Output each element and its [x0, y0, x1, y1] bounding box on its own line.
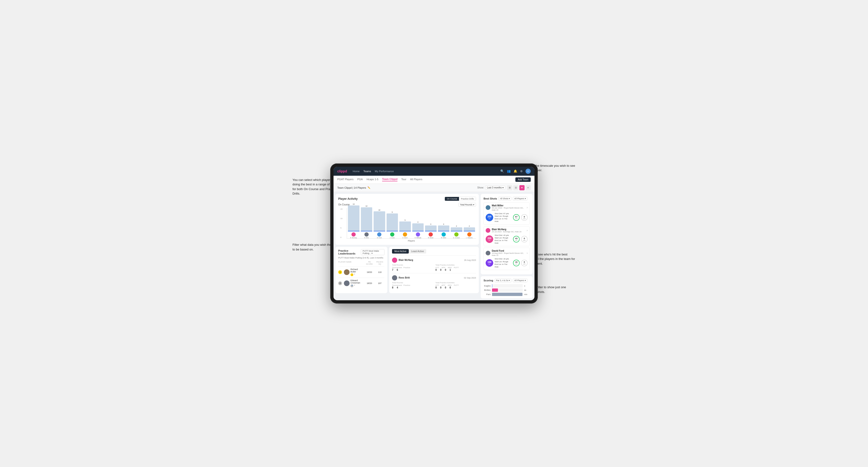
shot-item-1[interactable]: Matt Miller 09 Jun 2023 · Royal North De… — [484, 203, 530, 225]
scoring-bar-eagles — [492, 284, 492, 287]
scoring-bar-birdies — [492, 288, 498, 292]
practice-sub-labels: GTT APP ARG PUTT — [435, 267, 476, 269]
scoring-row-eagles: Eagles 3 — [484, 284, 530, 287]
shot-desc-2: Shot Dist: 43 yds Start Lie: Rough End L… — [495, 234, 512, 245]
practice-val-1: 6 — [397, 269, 400, 271]
bar-group-6: 3R. Butler — [425, 223, 437, 239]
bar-group-8: 2E. Crossman — [451, 225, 462, 239]
nav-link-home[interactable]: Home — [352, 170, 360, 173]
stat-circle-2b: 0 yds — [521, 236, 528, 243]
activity-stats-2: Total Rounds Tournament Practice 8 4 — [392, 282, 476, 289]
activity-stats-1: Total Rounds Tournament Practice 7 6 — [392, 264, 476, 271]
activity-header-1: Blair McHarg 26 Aug 2023 — [392, 257, 476, 263]
activity-avatar-britt — [392, 275, 397, 280]
logo: clippd — [337, 169, 347, 173]
stat-circle-3a: 16 yds — [513, 260, 520, 266]
scoring-val-birdies: 96 — [524, 289, 530, 291]
players-filter-dropdown[interactable]: All Players ▾ — [513, 197, 527, 200]
tab-least-active[interactable]: Least Active — [409, 249, 426, 253]
practice-values-2: 0 0 0 0 — [435, 286, 476, 289]
shot-player-detail-1: 09 Jun 2023 · Royal North Devon GC, Hole… — [492, 207, 527, 211]
bottom-row: Practice Leaderboards PUTT Must Make Put… — [335, 247, 479, 293]
shot-stats-3: 198 SG Shot Dist: 16 yds Start Lie: Roug… — [486, 257, 528, 268]
view-icon-heart[interactable]: ♥ — [519, 185, 525, 190]
bell-icon[interactable]: 🔔 — [514, 169, 517, 173]
shot-player-name-1: Matt Miller — [492, 204, 527, 207]
scoring-label-pars: Pars — [484, 293, 491, 295]
nav-link-performance[interactable]: My Performance — [375, 170, 394, 173]
x-axis-label: Players — [347, 240, 476, 242]
player-activity-card: Player Activity On Course Practice Drill… — [335, 194, 479, 245]
bar-group-9: 2L. Robertson — [464, 225, 475, 239]
shot-stats-1: 200 SG Shot Dist: 67 yds Start Lie: Roug… — [486, 212, 528, 223]
activity-name-britt: Rees Britt — [399, 276, 410, 279]
show-select[interactable]: Last 3 months ▾ — [485, 186, 505, 190]
search-icon[interactable]: 🔍 — [500, 169, 504, 173]
view-icon-settings[interactable]: ≡ — [526, 185, 531, 190]
rounds-label-2: Total Rounds — [392, 282, 433, 284]
player-name-crossman: Edward Crossman — [350, 279, 364, 284]
bar-group-3: 9J. Coles — [386, 211, 398, 239]
activity-name-mcharg: Blair McHarg — [399, 259, 413, 261]
scoring-filter-1[interactable]: Par 3, 4 & 5s ▾ — [495, 279, 512, 282]
tab-most-active[interactable]: Most Active — [392, 249, 409, 253]
practice-label-1: Total Practice Activities — [435, 264, 476, 266]
player-score-crossman: 18/20 — [365, 282, 374, 284]
bar-group-2: 10D. Ford — [374, 209, 385, 239]
shot-player-info-1: Matt Miller 09 Jun 2023 · Royal North De… — [486, 204, 528, 211]
activity-tabs: Most Active Least Active — [392, 249, 476, 253]
rank-badge-gold: 1 — [338, 270, 342, 274]
putt-val-2: 0 — [450, 286, 453, 289]
bar-group-4: 5E. Ebert — [399, 219, 411, 239]
activity-date-1: 26 Aug 2023 — [464, 259, 476, 261]
scoring-label-eagles: Eagles — [484, 285, 491, 287]
avatar[interactable]: U — [526, 168, 531, 174]
scoring-filter-2[interactable]: All Players ▾ — [513, 279, 527, 282]
scoring-row-birdies: Birdies 96 — [484, 288, 530, 292]
player-name-butler: Richard Butler — [350, 268, 364, 273]
plus-circle-icon[interactable]: ⊕ — [520, 169, 523, 173]
stat-circle-2a: 43 yds — [513, 236, 520, 243]
chevron-right-1: › — [527, 206, 528, 209]
tab-team-clippd[interactable]: Team Clippd — [382, 178, 398, 181]
practice-filter[interactable]: PUTT Must Make Putting... ▾ — [361, 249, 384, 255]
col-score-header: PB SCORE — [365, 261, 374, 265]
scoring-val-pars: 499 — [524, 293, 530, 295]
scoring-val-eagles: 3 — [524, 285, 530, 287]
player-row-1[interactable]: 1 Richard Butler 🏆 1 19/20 — [338, 267, 384, 278]
putt-val-1: 1 — [450, 269, 453, 271]
tab-hcaps[interactable]: Hcaps 1-5 — [367, 178, 378, 181]
toggle-practice-drills[interactable]: Practice Drills — [459, 197, 476, 201]
gtt-val-1: 0 — [435, 269, 439, 271]
best-shots-card: Best Shots All Shots ▾ All Players ▾ — [481, 194, 533, 274]
tab-pgat[interactable]: PGAT Players — [337, 178, 353, 181]
shot-player-detail-2: 23 Jul 2023 · Ashridge GC, Hole 15 — [492, 231, 521, 233]
chart-filter-dropdown[interactable]: Total Rounds ▾ — [458, 203, 476, 207]
view-icon-grid4[interactable]: ⊞ — [507, 185, 512, 190]
view-icon-grid2[interactable]: ⊟ — [513, 185, 519, 190]
tab-tour[interactable]: Tour — [401, 178, 406, 181]
team-header: Team Clippd | 14 Players ✏️ Show: Last 3… — [334, 184, 534, 192]
shot-item-3[interactable]: David Ford 24 Aug 2023 · Royal North Dev… — [484, 248, 530, 270]
chart-area: On Course Total Rounds ▾ Total Rounds 15 — [338, 203, 476, 242]
add-team-button[interactable]: Add Team — [516, 177, 531, 182]
scoring-bar-wrap-pars — [492, 293, 523, 296]
tab-pga[interactable]: PGA — [357, 178, 363, 181]
people-icon[interactable]: 👥 — [507, 169, 511, 173]
shots-filter-dropdown[interactable]: All Shots ▾ — [498, 197, 512, 200]
activity-header-2: Rees Britt 02 Sep 2023 — [392, 275, 476, 280]
toggle-on-course[interactable]: On Course — [445, 197, 459, 201]
rounds-label-1: Total Rounds — [392, 264, 433, 266]
team-name: Team Clippd | 14 Players — [337, 186, 366, 189]
scoring-bar-pars — [492, 293, 522, 296]
most-active-card: Most Active Least Active Blair McHarg 26… — [389, 247, 479, 293]
player-score-butler: 19/20 — [365, 271, 374, 273]
rounds-values-2: 8 4 — [392, 286, 433, 289]
nav-link-teams[interactable]: Teams — [364, 170, 371, 173]
nav-links: Home Teams My Performance — [352, 170, 394, 173]
edit-icon[interactable]: ✏️ — [368, 186, 370, 189]
player-row-2[interactable]: 2 Edward Crossman 🥈 2 18/20 — [338, 278, 384, 289]
tab-all-players[interactable]: All Players — [410, 178, 423, 181]
shot-item-2[interactable]: Blair McHarg 23 Jul 2023 · Ashridge GC, … — [484, 226, 530, 247]
bar-group-1: 12R. Britt — [361, 205, 372, 239]
